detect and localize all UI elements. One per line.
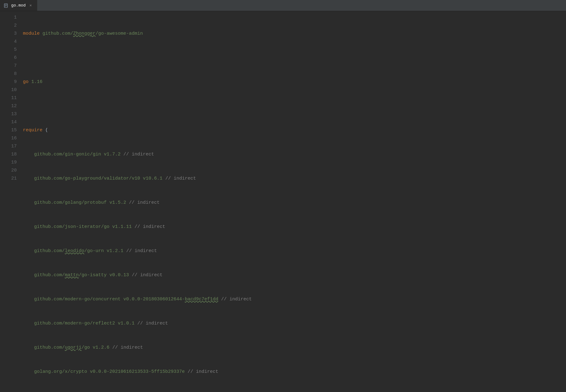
code-content[interactable]: module github.com/Zhongger/go-awesome-ad… — [22, 14, 566, 392]
line-num-2: 2 — [0, 22, 17, 30]
line-14: github.com/ugorji/go v1.2.6 // indirect — [23, 344, 566, 352]
line-num-3: 3 — [0, 30, 17, 38]
line-num-9: 9 — [0, 78, 17, 86]
line-num-11: 11 — [0, 94, 17, 102]
line-2 — [23, 54, 566, 62]
line-num-21: 21 — [0, 175, 17, 183]
line-numbers: 1 2 3 4 5 6 7 8 9 10 11 12 13 14 15 16 1… — [0, 14, 22, 392]
line-10: github.com/leodido/go-urn v1.2.1 // indi… — [23, 247, 566, 255]
line-8: github.com/golang/protobuf v1.5.2 // ind… — [23, 199, 566, 207]
line-num-12: 12 — [0, 102, 17, 110]
line-3: go 1.16 — [23, 78, 566, 86]
line-num-19: 19 — [0, 159, 17, 167]
line-num-13: 13 — [0, 110, 17, 118]
line-1: module github.com/Zhongger/go-awesome-ad… — [23, 30, 566, 38]
svg-rect-0 — [4, 4, 7, 7]
line-13: github.com/modern-go/reflect2 v1.0.1 // … — [23, 320, 566, 328]
line-num-18: 18 — [0, 150, 17, 159]
line-15: golang.org/x/crypto v0.0.0-2021061621353… — [23, 368, 566, 376]
line-num-17: 17 — [0, 142, 17, 150]
line-num-10: 10 — [0, 86, 17, 94]
tab-bar: go.mod ✕ — [0, 0, 566, 11]
line-num-7: 7 — [0, 62, 17, 70]
line-num-20: 20 — [0, 167, 17, 175]
line-11: github.com/mattn/go-isatty v0.0.13 // in… — [23, 271, 566, 279]
line-num-1: 1 — [0, 14, 17, 22]
line-9: github.com/json-iterator/go v1.1.11 // i… — [23, 223, 566, 231]
line-num-15: 15 — [0, 126, 17, 134]
line-7: github.com/go-playground/validator/v10 v… — [23, 175, 566, 183]
line-num-16: 16 — [0, 134, 17, 142]
line-num-14: 14 — [0, 118, 17, 126]
line-12: github.com/modern-go/concurrent v0.0.0-2… — [23, 295, 566, 303]
line-num-8: 8 — [0, 70, 17, 78]
line-5: require ( — [23, 126, 566, 134]
line-num-4: 4 — [0, 38, 17, 46]
line-num-6: 6 — [0, 54, 17, 62]
close-icon[interactable]: ✕ — [28, 3, 33, 8]
editor-area: 1 2 3 4 5 6 7 8 9 10 11 12 13 14 15 16 1… — [0, 11, 566, 392]
tab-label: go.mod — [11, 3, 26, 8]
line-num-5: 5 — [0, 46, 17, 54]
file-icon — [4, 3, 9, 8]
line-4 — [23, 102, 566, 110]
line-6: github.com/gin-gonic/gin v1.7.2 // indir… — [23, 150, 566, 159]
tab-go-mod[interactable]: go.mod ✕ — [0, 0, 37, 11]
